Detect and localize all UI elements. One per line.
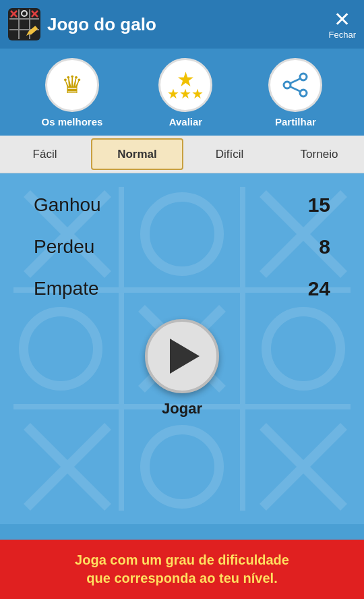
empate-label: Empate [34, 278, 99, 300]
play-area: Jogar [0, 319, 364, 418]
banner-text: Joga com um grau de dificuldade que corr… [75, 551, 289, 588]
avaliar-circle: ★ ★★★ [158, 58, 212, 112]
svg-point-12 [300, 74, 307, 80]
svg-point-13 [300, 90, 307, 96]
perdeu-label: Perdeu [34, 236, 94, 258]
bottom-banner: Joga com um grau de dificuldade que corr… [0, 540, 364, 599]
play-icon [170, 339, 200, 374]
actions-row: ♛ Os melhores ★ ★★★ Avaliar Partilhar [0, 49, 364, 136]
stat-row-perdeu: Perdeu 8 [34, 235, 330, 258]
share-icon [280, 70, 310, 100]
app-logo-icon [8, 8, 40, 40]
header-left: Jogo do galo [8, 8, 156, 40]
tab-normal[interactable]: Normal [91, 138, 183, 170]
partilhar-button[interactable]: Partilhar [268, 58, 322, 127]
perdeu-value: 8 [319, 235, 330, 258]
close-button[interactable]: ✕ Fechar [329, 9, 356, 40]
empate-value: 24 [308, 277, 330, 300]
partilhar-circle [268, 58, 322, 112]
close-icon: ✕ [334, 9, 351, 30]
ganhou-value: 15 [308, 194, 330, 217]
avaliar-label: Avaliar [169, 116, 202, 127]
play-button[interactable] [145, 319, 219, 393]
ganhou-label: Ganhou [34, 194, 101, 216]
main-content: Ganhou 15 Perdeu 8 Empate 24 Jogar [0, 173, 364, 524]
stat-row-ganhou: Ganhou 15 [34, 194, 330, 217]
svg-line-15 [291, 79, 301, 84]
svg-point-32 [145, 430, 219, 504]
crown-icon: ♛ [61, 71, 83, 99]
stats-area: Ganhou 15 Perdeu 8 Empate 24 [0, 173, 364, 300]
tabs-row: Fácil Normal Difícil Torneio [0, 136, 364, 173]
stat-row-empate: Empate 24 [34, 277, 330, 300]
stars-icon: ★ ★★★ [167, 69, 204, 101]
avaliar-button[interactable]: ★ ★★★ Avaliar [158, 58, 212, 127]
os-melhores-circle: ♛ [45, 58, 99, 112]
svg-line-16 [291, 87, 301, 92]
os-melhores-label: Os melhores [42, 116, 103, 127]
close-label: Fechar [329, 30, 356, 40]
play-label: Jogar [162, 400, 202, 418]
svg-point-14 [284, 82, 291, 88]
tab-torneio[interactable]: Torneio [274, 136, 364, 173]
partilhar-label: Partilhar [275, 116, 316, 127]
tab-facil[interactable]: Fácil [0, 136, 90, 173]
os-melhores-button[interactable]: ♛ Os melhores [42, 58, 103, 127]
app-header: Jogo do galo ✕ Fechar [0, 0, 364, 49]
app-title: Jogo do galo [47, 14, 156, 35]
tab-dificil[interactable]: Difícil [185, 136, 274, 173]
